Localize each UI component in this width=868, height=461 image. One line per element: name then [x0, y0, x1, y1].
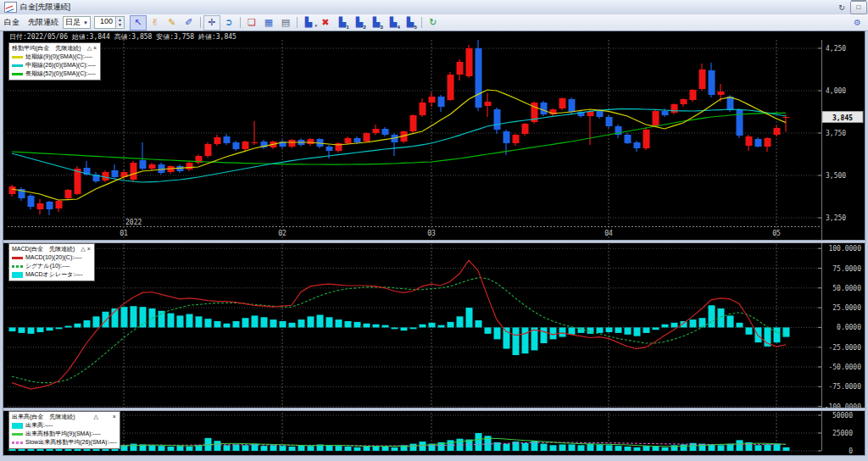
svg-text:01: 01 [120, 230, 128, 237]
svg-text:3,845: 3,845 [832, 114, 853, 122]
svg-text:-75.0000: -75.0000 [828, 383, 861, 391]
svg-text:50000: 50000 [832, 412, 853, 419]
svg-text:04: 04 [604, 230, 613, 237]
grid-blue-icon[interactable]: ▦ [260, 15, 277, 31]
indicator-panel-2-icon[interactable]: ▙2 [351, 15, 368, 31]
toolbar-separator [200, 17, 201, 28]
legend-close-icon[interactable]: × [92, 44, 97, 53]
ma-mid-label: 中期線(26)(0)(SMA)(C):---- [25, 61, 96, 69]
svg-text:25000: 25000 [832, 430, 853, 437]
remove-indicator-icon[interactable]: ✖ [317, 15, 334, 31]
maximize-button[interactable]: □ [850, 1, 867, 14]
toolbar-separator [421, 17, 422, 28]
select-cursor-icon[interactable]: ↖ [130, 15, 147, 31]
stepper-down-icon[interactable]: ▼ [116, 22, 124, 27]
macd-osc-label: MACDオシレータ:---- [25, 270, 83, 279]
svg-text:0: 0 [849, 447, 853, 455]
contract-label: 先限連続 [28, 17, 58, 28]
refresh-icon[interactable]: ↻ [425, 15, 442, 31]
new-chart-window-icon[interactable]: ❏ [243, 15, 260, 31]
ma-legend-title: 移動平均(白金 先限連続) [12, 44, 81, 53]
macd-line-swatch [12, 257, 23, 259]
svg-text:05: 05 [772, 230, 781, 237]
toolbar-separator [240, 17, 241, 28]
bar-count-stepper[interactable]: 100 ▲▼ [94, 16, 125, 29]
pan-hand-icon[interactable]: ✌ [147, 15, 164, 31]
draw-pencil-icon[interactable]: ✎ [164, 15, 181, 31]
svg-text:-25.0000: -25.0000 [828, 344, 861, 352]
svg-text:3,750: 3,750 [826, 130, 846, 137]
chart-canvas[interactable]: 日付:2022/05/06 始値:3,844 高値:3,858 安値:3,758… [3, 31, 865, 456]
svg-text:4,250: 4,250 [826, 45, 846, 53]
ma-short-swatch [12, 56, 23, 58]
svg-text:75.0000: 75.0000 [832, 265, 861, 273]
bar-count-value: 100 [95, 17, 115, 28]
svg-text:4,000: 4,000 [826, 87, 846, 95]
volume-swatch [12, 423, 23, 429]
svg-text:2022: 2022 [125, 219, 142, 226]
legend-collapse-icon[interactable]: △ [80, 245, 86, 253]
chart-svg[interactable]: 4,2504,0003,7503,5003,250100.000075.0000… [3, 31, 866, 457]
legend-collapse-icon[interactable]: △ [86, 44, 92, 53]
macd-legend: MACD(白金 先限連続) △ × MACD(10)(20)(C):---- シ… [8, 243, 95, 281]
symbol-label: 白金 [4, 17, 19, 28]
ma-mid-swatch [12, 64, 23, 67]
macd-osc-swatch [12, 272, 23, 278]
ma-long-label: 長期線(52)(0)(SMA)(C):---- [25, 69, 96, 78]
grid-plain-icon[interactable]: ▤ [277, 15, 294, 31]
legend-close-icon[interactable]: × [86, 245, 92, 253]
panel-splitter[interactable] [3, 240, 866, 243]
svg-text:02: 02 [278, 230, 287, 237]
svg-text:25.0000: 25.0000 [832, 304, 861, 312]
chevron-down-icon: ▼ [83, 20, 88, 25]
macd-signal-label: シグナル(10):---- [25, 262, 70, 270]
toolbar-separator [297, 17, 298, 28]
legend-collapse-icon[interactable]: △ [92, 413, 98, 421]
toolbar: 白金 先限連続 日足 ▼ 100 ▲▼ ↖✌✎✐✛➲❏▦▤▙▾✖▙1▙2▙3▙4… [0, 14, 868, 31]
macd-legend-title: MACD(白金 先限連続) [12, 245, 75, 253]
app-window: 白金[先限連続] ✎↻❐ _□✕ 白金 先限連続 日足 ▼ 100 ▲▼ ↖✌✎… [0, 0, 868, 461]
ma-short-label: 短期線(9)(0)(SMA)(C):---- [25, 53, 92, 61]
indicator-panel-3-icon[interactable]: ▙3 [368, 15, 385, 31]
indicator-panel-5-icon[interactable]: ▙5 [402, 15, 419, 31]
svg-text:50.0000: 50.0000 [832, 285, 861, 292]
ma-legend: 移動平均(白金 先限連続) △ × 短期線(9)(0)(SMA)(C):----… [8, 42, 101, 81]
crosshair-settings-icon[interactable]: ✛ [203, 15, 220, 31]
volume-ma9-swatch [12, 433, 23, 436]
volume-ma26-label: Slow出来高移動平均(26)(SMA):---- [25, 438, 117, 447]
svg-text:3,500: 3,500 [826, 172, 846, 180]
panel-splitter[interactable] [3, 408, 866, 411]
volume-ma26-swatch [12, 442, 23, 444]
title-bar: 白金[先限連続] ✎↻❐ _□✕ [0, 0, 868, 15]
wrench-icon[interactable]: ⚙ [854, 18, 861, 27]
volume-ma9-label: 出来高移動平均(9)(SMA):---- [25, 430, 101, 438]
period-dropdown[interactable]: 日足 ▼ [63, 16, 91, 29]
indicator-panel-4-icon[interactable]: ▙4 [385, 15, 402, 31]
ma-long-swatch [12, 73, 23, 75]
draw-arrow-icon[interactable]: ✐ [181, 15, 198, 31]
toolbar-icons: ↖✌✎✐✛➲❏▦▤▙▾✖▙1▙2▙3▙4▙5↻ [130, 15, 442, 31]
ohlc-info-bar: 日付:2022/05/06 始値:3,844 高値:3,858 安値:3,758… [9, 32, 236, 41]
svg-text:-50.0000: -50.0000 [828, 364, 861, 371]
window-title: 白金[先限連続] [20, 2, 70, 13]
volume-legend-title: 出来高(白金 先限連続) [12, 413, 75, 421]
chart-type-dropdown-icon[interactable]: ▙▾ [300, 15, 317, 31]
svg-text:0.0000: 0.0000 [837, 324, 861, 331]
svg-text:100.0000: 100.0000 [828, 245, 861, 253]
volume-label: 出来高:---- [25, 421, 53, 430]
svg-text:03: 03 [427, 230, 436, 237]
macd-signal-swatch [12, 265, 23, 268]
indicator-panel-1-icon[interactable]: ▙1 [334, 15, 351, 31]
reload-icon[interactable]: ↻ [835, 2, 849, 13]
svg-text:3,250: 3,250 [826, 214, 846, 222]
chart-app-icon [4, 2, 17, 13]
navigate-icon[interactable]: ➲ [220, 15, 237, 31]
legend-close-icon[interactable]: × [112, 413, 117, 421]
macd-line-label: MACD(10)(20)(C):---- [25, 253, 82, 262]
volume-legend: 出来高(白金 先限連続) △ × 出来高:---- 出来高移動平均(9)(SMA… [8, 411, 120, 449]
